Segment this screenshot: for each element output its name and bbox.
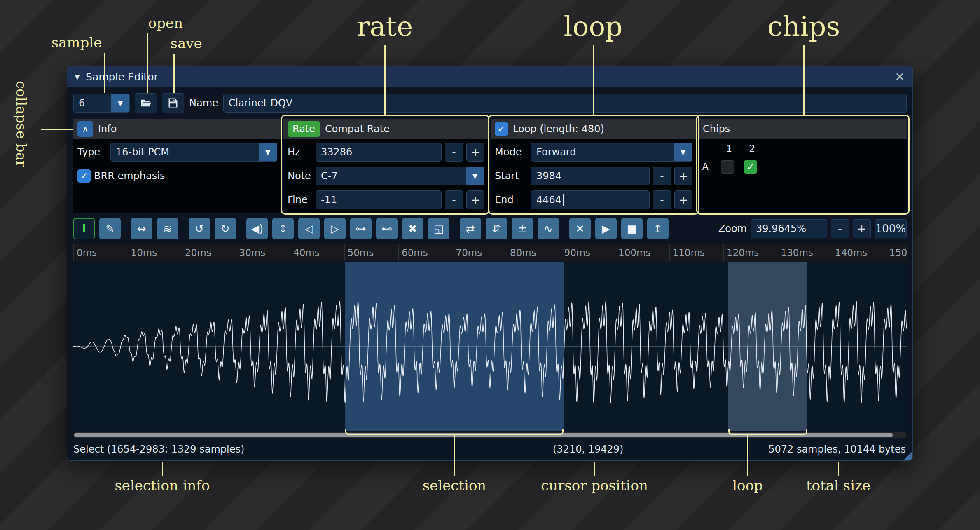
delete-icon: ✖ bbox=[408, 223, 417, 235]
ruler-tick bbox=[290, 244, 290, 261]
close-icon[interactable]: ✕ bbox=[895, 70, 905, 84]
fade-out-button[interactable]: ▷ bbox=[324, 218, 346, 239]
resample-button[interactable]: ≋ bbox=[157, 218, 178, 239]
ruler-tick bbox=[615, 244, 615, 261]
stop-button[interactable]: ■ bbox=[621, 218, 643, 239]
chip-row-a-label: A bbox=[702, 161, 721, 173]
waveform-display[interactable] bbox=[73, 262, 907, 431]
apply-silence-button[interactable]: ⊷ bbox=[376, 218, 398, 239]
filter-button[interactable]: ∿ bbox=[538, 218, 559, 239]
compat-rate-title: Compat Rate bbox=[325, 123, 390, 135]
note-dropdown[interactable]: C-7 ▼ bbox=[316, 167, 484, 185]
select-icon: I bbox=[82, 223, 86, 235]
resize-button[interactable]: ↔ bbox=[131, 218, 152, 239]
apply-silence-icon: ⊷ bbox=[381, 223, 392, 235]
loop-mode-value: Forward bbox=[531, 143, 674, 161]
chips-grid: 1 2 A ✓ bbox=[699, 139, 907, 178]
insert-silence-icon: ⊶ bbox=[356, 223, 366, 235]
ruler-label: 140ms bbox=[835, 247, 867, 258]
header-row: 6 ▼ Name Clarinet DQV bbox=[73, 93, 907, 113]
crossfade-button[interactable]: ✕ bbox=[569, 218, 591, 239]
name-value: Clarinet DQV bbox=[229, 97, 292, 109]
hz-input[interactable]: 33286 bbox=[316, 143, 442, 162]
hz-increment-button[interactable]: + bbox=[466, 143, 484, 162]
ruler-tick bbox=[453, 244, 453, 261]
upload-button[interactable]: ↥ bbox=[647, 218, 669, 239]
collapse-bar-button[interactable]: ∧ bbox=[77, 121, 93, 137]
resize-icon: ↔ bbox=[137, 223, 146, 235]
crossfade-icon: ✕ bbox=[575, 223, 585, 235]
loop-start-increment-button[interactable]: + bbox=[674, 167, 692, 185]
draw-button[interactable]: ✎ bbox=[99, 218, 121, 239]
ruler-tick bbox=[182, 244, 182, 261]
ruler-label: 110ms bbox=[673, 247, 705, 258]
window-resize-handle[interactable] bbox=[903, 451, 912, 460]
insert-silence-button[interactable]: ⊶ bbox=[350, 218, 372, 239]
brr-emphasis-label: BRR emphasis bbox=[94, 170, 165, 182]
loop-enable-checkbox[interactable]: ✓ bbox=[495, 122, 508, 136]
sign-icon: ± bbox=[518, 223, 527, 235]
fade-in-button[interactable]: ◁ bbox=[298, 218, 320, 239]
annotation-line-sample bbox=[104, 53, 105, 93]
fade-out-icon: ▷ bbox=[331, 223, 339, 235]
open-button[interactable] bbox=[135, 93, 157, 113]
annotation-brace-selection bbox=[345, 429, 564, 435]
loop-mode-dropdown[interactable]: Forward ▼ bbox=[531, 143, 692, 162]
undo-button[interactable]: ↺ bbox=[189, 218, 210, 239]
chip-a2-checkbox[interactable]: ✓ bbox=[744, 160, 757, 174]
toolbar: I✎↔≋↺↻◀)↕◁▷⊶⊷✖◱⇄⇵±∿✕▶■↥ Zoom 39.9645% - … bbox=[73, 218, 907, 239]
sample-number-value: 6 bbox=[74, 94, 111, 112]
fine-input[interactable]: -11 bbox=[316, 190, 442, 209]
zoom-in-button[interactable]: + bbox=[853, 219, 871, 238]
total-size-text: 5072 samples, 10144 bytes bbox=[768, 443, 906, 455]
note-value: C-7 bbox=[316, 167, 466, 185]
save-button[interactable] bbox=[162, 93, 184, 113]
rate-section: Rate Compat Rate Hz 33286 - + Note C-7 bbox=[283, 119, 489, 213]
redo-button[interactable]: ↻ bbox=[215, 218, 236, 239]
loop-end-decrement-button[interactable]: - bbox=[653, 190, 671, 209]
ruler-tick bbox=[128, 244, 128, 261]
reverse-button[interactable]: ⇄ bbox=[460, 218, 481, 239]
loop-start-decrement-button[interactable]: - bbox=[653, 167, 671, 185]
ruler-label: 0ms bbox=[77, 247, 97, 258]
fine-increment-button[interactable]: + bbox=[466, 190, 484, 209]
zoom-out-button[interactable]: - bbox=[831, 219, 849, 238]
ruler-label: 40ms bbox=[293, 247, 320, 258]
brr-emphasis-checkbox[interactable]: ✓ bbox=[77, 169, 91, 183]
loop-start-input[interactable]: 3984 bbox=[531, 167, 650, 185]
titlebar[interactable]: ▼ Sample Editor ✕ bbox=[67, 66, 912, 87]
loop-header: ✓ Loop (length: 480) bbox=[491, 119, 697, 139]
chip-a1-checkbox[interactable] bbox=[721, 160, 734, 174]
preview-button[interactable]: ▶ bbox=[595, 218, 617, 239]
zoom-reset-button[interactable]: 100% bbox=[875, 219, 907, 238]
zoom-input[interactable]: 39.9645% bbox=[751, 219, 827, 238]
text-caret bbox=[563, 194, 564, 206]
loop-end-increment-button[interactable]: + bbox=[674, 190, 692, 209]
hz-value: 33286 bbox=[321, 146, 352, 158]
fade-in-icon: ◁ bbox=[305, 223, 313, 235]
fine-label: Fine bbox=[288, 194, 312, 206]
loop-end-label: End bbox=[495, 194, 528, 206]
rate-button[interactable]: Rate bbox=[288, 121, 320, 137]
select-button[interactable]: I bbox=[73, 218, 95, 239]
sample-number-dropdown[interactable]: 6 ▼ bbox=[73, 94, 130, 113]
hz-decrement-button[interactable]: - bbox=[445, 143, 463, 162]
amplify-button[interactable]: ◀) bbox=[246, 218, 268, 239]
type-value: 16-bit PCM bbox=[111, 143, 259, 161]
chevron-down-icon: ▼ bbox=[111, 94, 129, 112]
sign-button[interactable]: ± bbox=[512, 218, 533, 239]
invert-button[interactable]: ⇵ bbox=[486, 218, 507, 239]
normalize-button[interactable]: ↕ bbox=[272, 218, 294, 239]
delete-button[interactable]: ✖ bbox=[402, 218, 423, 239]
trim-button[interactable]: ◱ bbox=[428, 218, 449, 239]
type-dropdown[interactable]: 16-bit PCM ▼ bbox=[110, 143, 277, 162]
ruler-label: 100ms bbox=[618, 247, 650, 258]
ruler-label: 80ms bbox=[510, 247, 536, 258]
ruler-tick bbox=[398, 244, 399, 261]
loop-end-input[interactable]: 4464 bbox=[531, 190, 650, 209]
cursor-position-text: (3210, 19429) bbox=[553, 443, 623, 455]
fine-decrement-button[interactable]: - bbox=[445, 190, 463, 209]
amplify-icon: ◀) bbox=[251, 223, 263, 235]
window-collapse-icon[interactable]: ▼ bbox=[75, 73, 80, 81]
sample-editor-window: ▼ Sample Editor ✕ 6 ▼ Name Clarinet DQV bbox=[67, 66, 913, 461]
